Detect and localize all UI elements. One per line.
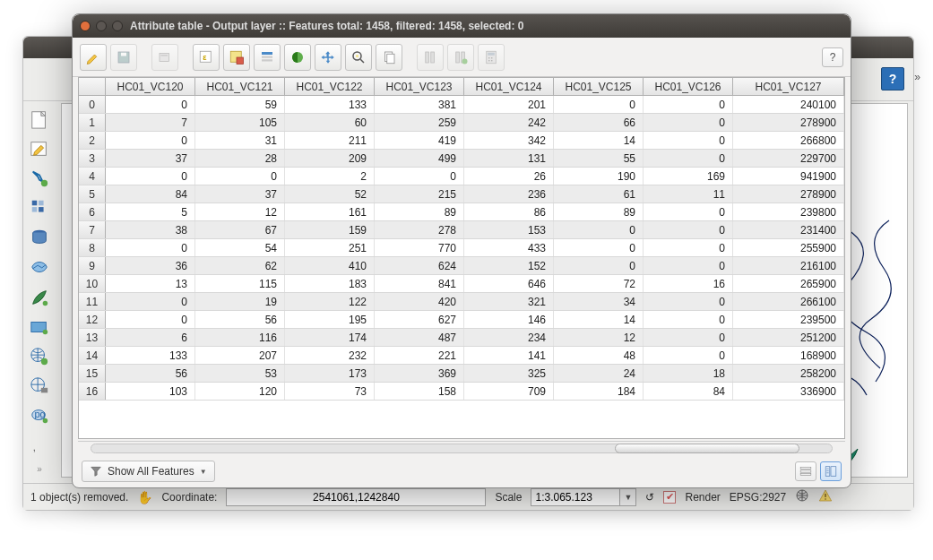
delimited-text-icon[interactable]: , bbox=[27, 434, 52, 458]
table-cell[interactable]: 48 bbox=[554, 347, 644, 364]
table-cell[interactable]: 14 bbox=[554, 311, 644, 328]
table-cell[interactable]: 5 bbox=[106, 203, 195, 220]
table-cell[interactable]: 54 bbox=[195, 239, 285, 256]
table-cell[interactable]: 321 bbox=[464, 293, 554, 310]
table-cell[interactable]: 13 bbox=[106, 275, 195, 292]
table-cell[interactable]: 381 bbox=[375, 96, 464, 113]
table-cell[interactable]: 2 bbox=[285, 168, 375, 185]
row-header[interactable]: 8 bbox=[79, 239, 106, 256]
table-cell[interactable]: 211 bbox=[285, 132, 375, 149]
table-cell[interactable]: 0 bbox=[554, 257, 644, 274]
table-cell[interactable]: 0 bbox=[106, 311, 195, 328]
table-cell[interactable]: 278900 bbox=[733, 114, 844, 131]
table-cell[interactable]: 419 bbox=[375, 132, 464, 149]
table-cell[interactable]: 251200 bbox=[733, 329, 844, 346]
globe-layers-icon[interactable] bbox=[27, 375, 52, 399]
column-header[interactable]: HC01_VC127 bbox=[733, 78, 844, 95]
table-row[interactable]: 33728209499131550229700 bbox=[79, 150, 844, 168]
move-selection-top-button[interactable] bbox=[254, 44, 281, 71]
table-cell[interactable]: 55 bbox=[554, 150, 644, 167]
table-row[interactable]: 11019122420321340266100 bbox=[79, 293, 844, 311]
zoom-to-selected-button[interactable] bbox=[345, 44, 372, 71]
table-cell[interactable]: 232 bbox=[285, 347, 375, 364]
table-cell[interactable]: 646 bbox=[464, 275, 554, 292]
close-icon[interactable] bbox=[80, 21, 91, 31]
horizontal-scrollbar[interactable] bbox=[78, 441, 845, 455]
grid-icon[interactable] bbox=[27, 196, 52, 220]
row-header[interactable]: 11 bbox=[79, 293, 106, 310]
column-header[interactable]: HC01_VC123 bbox=[375, 78, 464, 95]
table-cell[interactable]: 624 bbox=[375, 257, 464, 274]
table-cell[interactable]: 0 bbox=[644, 311, 733, 328]
table-cell[interactable]: 195 bbox=[285, 311, 375, 328]
row-header[interactable]: 15 bbox=[79, 365, 106, 382]
row-header[interactable]: 4 bbox=[79, 168, 106, 185]
dialog-titlebar[interactable]: Attribute table - Output layer :: Featur… bbox=[73, 14, 851, 38]
table-row[interactable]: 14133207232221141480168900 bbox=[79, 347, 844, 365]
globe-add-icon[interactable] bbox=[27, 344, 52, 368]
row-header[interactable]: 5 bbox=[79, 185, 106, 202]
table-cell[interactable]: 120 bbox=[195, 383, 285, 400]
table-cell[interactable]: 173 bbox=[285, 365, 375, 382]
table-cell[interactable]: 67 bbox=[195, 221, 285, 238]
table-cell[interactable]: 86 bbox=[464, 203, 554, 220]
table-cell[interactable]: 161 bbox=[285, 203, 375, 220]
table-cell[interactable]: 207 bbox=[195, 347, 285, 364]
minimize-icon[interactable] bbox=[96, 21, 107, 31]
feather-icon[interactable] bbox=[27, 285, 52, 309]
table-cell[interactable]: 251 bbox=[285, 239, 375, 256]
table-cell[interactable]: 0 bbox=[554, 239, 644, 256]
table-cell[interactable]: 216100 bbox=[733, 257, 844, 274]
table-cell[interactable]: 158 bbox=[375, 383, 464, 400]
table-cell[interactable]: 336900 bbox=[733, 383, 844, 400]
table-row[interactable]: 10131151838416467216265900 bbox=[79, 275, 844, 293]
table-cell[interactable]: 265900 bbox=[733, 275, 844, 292]
table-cell[interactable]: 184 bbox=[554, 383, 644, 400]
table-cell[interactable]: 59 bbox=[195, 96, 285, 113]
table-row[interactable]: 7386715927815300231400 bbox=[79, 221, 844, 239]
invert-selection-button[interactable] bbox=[284, 44, 311, 71]
table-cell[interactable]: 61 bbox=[554, 185, 644, 202]
table-cell[interactable]: 115 bbox=[195, 275, 285, 292]
maximize-icon[interactable] bbox=[112, 21, 123, 31]
column-header[interactable]: HC01_VC120 bbox=[106, 78, 195, 95]
table-cell[interactable]: 209 bbox=[285, 150, 375, 167]
table-cell[interactable]: 141 bbox=[464, 347, 554, 364]
table-cell[interactable]: 52 bbox=[285, 185, 375, 202]
table-cell[interactable]: 278 bbox=[375, 221, 464, 238]
table-row[interactable]: 2031211419342140266800 bbox=[79, 132, 844, 150]
table-cell[interactable]: 499 bbox=[375, 150, 464, 167]
copy-rows-button[interactable] bbox=[376, 44, 402, 71]
table-cell[interactable]: 38 bbox=[106, 221, 195, 238]
row-header[interactable]: 10 bbox=[79, 275, 106, 292]
table-cell[interactable]: 37 bbox=[106, 150, 195, 167]
table-cell[interactable]: 941900 bbox=[733, 168, 844, 185]
scale-input[interactable] bbox=[531, 488, 620, 506]
table-cell[interactable]: 18 bbox=[644, 365, 733, 382]
row-header[interactable]: 13 bbox=[79, 329, 106, 346]
row-header[interactable]: 0 bbox=[79, 96, 106, 113]
table-cell[interactable]: 131 bbox=[464, 150, 554, 167]
deselect-all-button[interactable] bbox=[223, 44, 250, 71]
table-corner[interactable] bbox=[79, 78, 106, 95]
row-header[interactable]: 14 bbox=[79, 347, 106, 364]
database-icon[interactable] bbox=[27, 226, 52, 250]
help-icon[interactable]: ? bbox=[881, 67, 904, 90]
table-cell[interactable]: 11 bbox=[644, 185, 733, 202]
show-all-features-button[interactable]: Show All Features ▼ bbox=[82, 461, 215, 482]
table-cell[interactable]: 12 bbox=[195, 203, 285, 220]
table-cell[interactable]: 133 bbox=[285, 96, 375, 113]
table-cell[interactable]: 0 bbox=[644, 293, 733, 310]
table-cell[interactable]: 0 bbox=[554, 96, 644, 113]
table-cell[interactable]: 28 bbox=[195, 150, 285, 167]
table-cell[interactable]: 24 bbox=[554, 365, 644, 382]
table-cell[interactable]: 103 bbox=[106, 383, 195, 400]
table-row[interactable]: 005913338120100240100 bbox=[79, 96, 844, 114]
hand-icon[interactable]: ✋ bbox=[137, 490, 152, 504]
table-cell[interactable]: 174 bbox=[285, 329, 375, 346]
row-header[interactable]: 6 bbox=[79, 203, 106, 220]
row-header[interactable]: 12 bbox=[79, 311, 106, 328]
table-cell[interactable]: 72 bbox=[554, 275, 644, 292]
dialog-help-button[interactable]: ? bbox=[822, 47, 843, 67]
pan-to-selected-button[interactable] bbox=[315, 44, 341, 71]
